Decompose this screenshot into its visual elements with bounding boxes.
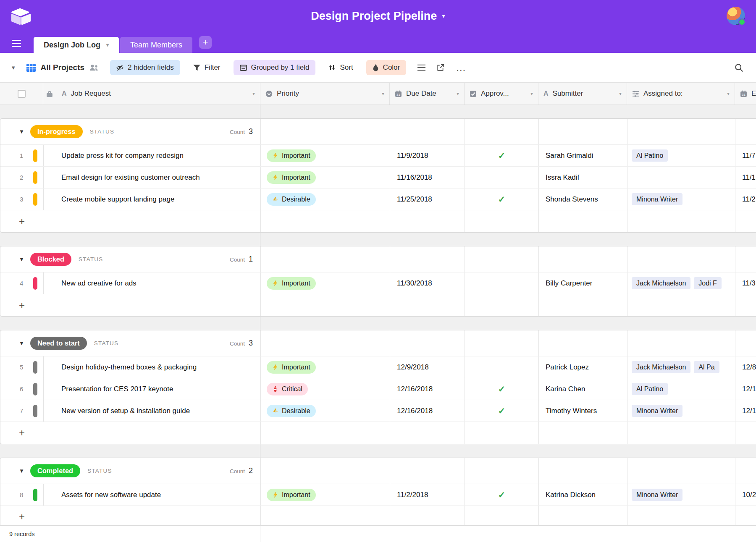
column-header-job-request[interactable]: A Job Request ▾ [43,83,260,105]
add-row[interactable]: + [0,294,756,316]
chevron-down-icon[interactable]: ▾ [457,91,459,97]
cell-priority[interactable]: Desirable [261,189,390,210]
add-table-button[interactable]: + [199,36,212,49]
cell-approved[interactable]: ✓ [465,484,539,505]
cell-extra[interactable]: 10/2 [735,484,756,505]
share-view-icon[interactable] [437,64,444,71]
column-header-priority[interactable]: Priority ▾ [260,83,390,105]
cell-job-request[interactable]: Email design for existing customer outre… [44,167,261,188]
cell-extra[interactable]: 11/3 [735,272,756,294]
color-button[interactable]: Color [366,60,407,75]
cell-approved[interactable]: ✓ [465,145,539,166]
chevron-down-icon[interactable]: ▾ [382,91,384,97]
collapse-group-icon[interactable]: ▼ [19,256,24,262]
cell-assigned-to[interactable]: Jack MichaelsonJodi F [627,272,735,294]
more-options-button[interactable]: … [456,65,466,70]
row-height-icon[interactable] [417,64,425,71]
plus-icon[interactable]: + [19,513,25,521]
row-number-cell[interactable]: 3 [0,189,44,210]
cell-assigned-to[interactable]: Al Patino [627,378,735,400]
column-header-submitter[interactable]: A Submitter ▾ [538,83,627,105]
cell-job-request[interactable]: Assets for new software update [44,484,261,505]
cell-extra[interactable]: 12/8 [735,356,756,378]
cell-job-request[interactable]: New ad creative for ads [44,272,261,294]
cell-assigned-to[interactable] [627,167,735,188]
cell-assigned-to[interactable]: Minona Writer [627,400,735,422]
select-all-checkbox[interactable] [18,90,26,98]
cell-job-request[interactable]: Update press kit for company redesign [44,145,261,166]
cell-due-date[interactable]: 12/16/2018 [390,378,465,400]
collapse-group-icon[interactable]: ▼ [19,128,24,135]
plus-icon[interactable]: + [19,429,25,437]
add-row[interactable]: + [0,210,756,232]
cell-extra[interactable]: 11/7 [735,145,756,166]
cell-submitter[interactable]: Patrick Lopez [539,356,627,378]
search-icon[interactable] [735,63,743,72]
add-row[interactable]: + [0,506,756,525]
cell-job-request[interactable]: New version of setup & installation guid… [44,400,261,422]
cell-approved[interactable]: ✓ [465,400,539,422]
cell-priority[interactable]: Important [261,145,390,166]
cell-submitter[interactable]: Shonda Stevens [539,189,627,210]
cell-due-date[interactable]: 11/2/2018 [390,484,465,505]
chevron-down-icon[interactable]: ▾ [442,12,445,20]
column-header-approved[interactable]: Approv... ▾ [465,83,538,105]
cell-priority[interactable]: Important [261,484,390,505]
chevron-down-icon[interactable]: ▾ [727,91,730,97]
cell-priority[interactable]: Important [261,356,390,378]
cell-submitter[interactable]: Billy Carpenter [539,272,627,294]
cell-assigned-to[interactable]: Minona Writer [627,484,735,505]
hidden-fields-button[interactable]: 2 hidden fields [110,60,180,75]
collapse-group-icon[interactable]: ▼ [19,468,24,474]
cell-approved[interactable]: ✓ [465,378,539,400]
cell-priority[interactable]: Important [261,272,390,294]
cell-approved[interactable] [465,167,539,188]
cell-due-date[interactable]: 12/9/2018 [390,356,465,378]
column-header-assigned-to[interactable]: Assigned to: ▾ [627,83,735,105]
cell-job-request[interactable]: Design holiday-themed boxes & packaging [44,356,261,378]
row-number-cell[interactable]: 7 [0,400,44,422]
cell-submitter[interactable]: Timothy Winters [539,400,627,422]
cell-approved[interactable] [465,272,539,294]
row-number-cell[interactable]: 4 [0,272,44,294]
column-header-due-date[interactable]: 31 Due Date ▾ [390,83,465,105]
cell-approved[interactable] [465,356,539,378]
tab-design-job-log[interactable]: Design Job Log ▾ [34,37,119,53]
collapse-group-icon[interactable]: ▼ [19,340,24,346]
chevron-down-icon[interactable]: ▾ [530,91,533,97]
cell-job-request[interactable]: Presentation for CES 2017 keynote [44,378,261,400]
cell-assigned-to[interactable]: Minona Writer [627,189,735,210]
cell-extra[interactable]: 12/1 [735,400,756,422]
cell-extra[interactable]: 11/1 [735,167,756,188]
filter-button[interactable]: Filter [192,60,222,75]
cell-approved[interactable]: ✓ [465,189,539,210]
add-row[interactable]: + [0,422,756,444]
cell-priority[interactable]: Desirable [261,400,390,422]
chevron-down-icon[interactable]: ▾ [106,42,109,48]
row-number-cell[interactable]: 2 [0,167,44,188]
cell-due-date[interactable]: 12/16/2018 [390,400,465,422]
cell-submitter[interactable]: Katrina Dickson [539,484,627,505]
cell-assigned-to[interactable]: Al Patino [627,145,735,166]
cell-extra[interactable]: 11/2 [735,189,756,210]
plus-icon[interactable]: + [19,301,25,309]
cell-submitter[interactable]: Issra Kadif [539,167,627,188]
cell-due-date[interactable]: 11/25/2018 [390,189,465,210]
view-switcher[interactable]: All Projects [26,63,99,72]
cell-submitter[interactable]: Sarah Grimaldi [539,145,627,166]
sort-button[interactable]: Sort [327,60,354,75]
cell-due-date[interactable]: 11/16/2018 [390,167,465,188]
row-number-cell[interactable]: 1 [0,145,44,166]
cell-priority[interactable]: Critical [261,378,390,400]
chevron-down-icon[interactable]: ▾ [252,91,255,97]
cell-submitter[interactable]: Karina Chen [539,378,627,400]
row-number-cell[interactable]: 6 [0,378,44,400]
cell-priority[interactable]: Important [261,167,390,188]
cell-extra[interactable]: 12/1 [735,378,756,400]
hamburger-icon[interactable] [12,40,21,47]
user-avatar[interactable] [727,7,745,25]
cell-due-date[interactable]: 11/30/2018 [390,272,465,294]
cell-due-date[interactable]: 11/9/2018 [390,145,465,166]
row-number-cell[interactable]: 5 [0,356,44,378]
cell-job-request[interactable]: Create mobile support landing page [44,189,261,210]
